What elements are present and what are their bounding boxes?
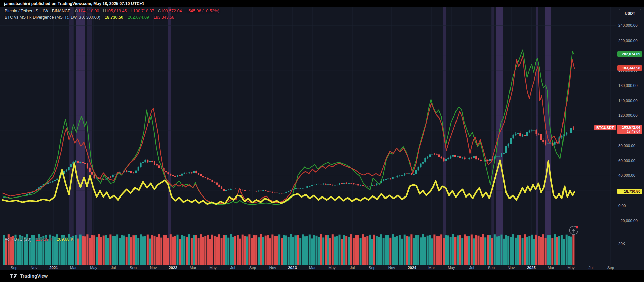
tradingview-logo-icon[interactable] (10, 273, 17, 279)
open-label: O (75, 9, 78, 13)
green-series-value-badge: 202,074.09 (617, 51, 642, 57)
indicator-title[interactable]: BTC vs MSTR Divergence (MSTR, 1W, 30, 30… (5, 15, 100, 20)
time-tick-month: Jul (469, 266, 474, 270)
time-tick-year: 2021 (49, 266, 58, 270)
time-tick-month: May (90, 266, 97, 270)
green-series-value: 202,074.09 (128, 15, 149, 20)
symbol-chip-badge: BTCUSDT (594, 125, 616, 130)
price-tick-label: 40,000.00 (618, 173, 635, 177)
low-value: 100,718.37 (133, 9, 154, 13)
time-tick-month: May (567, 266, 575, 270)
time-tick-month: Jul (589, 266, 594, 270)
price-tick-label: 80,000.00 (618, 144, 635, 148)
time-tick-year: 2023 (288, 266, 297, 270)
tradingview-brand-text[interactable]: TradingView (20, 273, 48, 279)
time-tick-year: 2024 (408, 266, 416, 270)
chart-stage: Bitcoin / TetherUS · 1W · BINANCE O104,1… (0, 0, 644, 282)
indicator-legend-row[interactable]: BTC vs MSTR Divergence (MSTR, 1W, 30, 30… (5, 15, 219, 20)
price-tick-label: 140,000.00 (618, 99, 638, 103)
volume-title[interactable]: Vol · BTC (30) (5, 237, 31, 242)
time-tick-year: 2022 (169, 266, 177, 270)
high-value: 105,819.45 (106, 9, 127, 13)
time-tick-month: Sep (488, 266, 495, 270)
time-tick-month: Sep (249, 266, 256, 270)
market-status-flash-icon[interactable] (568, 225, 580, 237)
time-tick-month: Mar (190, 266, 196, 270)
time-tick-month: May (328, 266, 336, 270)
price-tick-label: 0.00 (618, 204, 626, 208)
red-series-value: 183,343.58 (153, 15, 174, 20)
divergence-value-badge: 18,730.50 (617, 189, 642, 194)
time-tick-month: Mar (70, 266, 77, 270)
time-tick-month: Nov (31, 266, 37, 270)
symbol-legend-row[interactable]: Bitcoin / TetherUS · 1W · BINANCE O104,1… (5, 9, 219, 14)
time-tick-month: May (209, 266, 217, 270)
low-label: L (131, 9, 133, 13)
divergence-value: 18,730.50 (105, 15, 123, 20)
time-tick-month: Sep (369, 266, 375, 270)
volume-legend-row[interactable]: Vol · BTC (30) 115.59 K 209.68 K (5, 237, 73, 242)
time-tick-month: Nov (508, 266, 515, 270)
price-tick-label: 160,000.00 (618, 83, 638, 88)
time-tick-month: Nov (150, 266, 157, 270)
volume-value: 115.59 K (36, 237, 52, 242)
time-tick-month: May (448, 266, 455, 270)
time-tick-month: Mar (309, 266, 316, 270)
close-value: 103,572.04 (161, 9, 182, 13)
time-tick-month: Jul (230, 266, 235, 270)
time-tick-month: Jul (111, 266, 116, 270)
volume-ma-value: 209.68 K (57, 237, 73, 242)
time-tick-month: Nov (269, 266, 276, 270)
time-tick-month: Mar (428, 266, 435, 270)
time-tick-month: Jul (350, 266, 355, 270)
time-tick-month: Sep (130, 266, 137, 270)
price-tick-label: 120,000.00 (618, 113, 638, 117)
close-label: C (158, 9, 161, 13)
time-tick-year: 2025 (527, 266, 536, 270)
red-series-value-badge: 183,343.58 (617, 65, 642, 71)
price-tick-label: 220,000.00 (618, 39, 638, 43)
time-tick-month: Sep (11, 266, 17, 270)
price-tick-label: −20,000.00 (618, 219, 638, 223)
price-tick-label: 60,000.00 (618, 159, 635, 163)
price-tick-label: 240,000.00 (618, 23, 638, 27)
symbol-price-badge: 103,572.0417:49:04 (617, 125, 642, 134)
open-value: 104,118.00 (78, 9, 99, 13)
time-tick-month: Nov (388, 266, 395, 270)
volume-tick-label: 20K (618, 242, 625, 246)
publish-header-bar: jamesbachini published on TradingView.co… (0, 0, 644, 7)
footer-bar: TradingView (0, 270, 644, 282)
time-tick-month: Mar (548, 266, 554, 270)
chart-canvas[interactable] (0, 0, 644, 282)
symbol-title[interactable]: Bitcoin / TetherUS · 1W · BINANCE (5, 9, 70, 13)
change-value: −545.96 (−0.52%) (186, 9, 219, 13)
time-tick-month: Sep (607, 266, 614, 270)
publish-header-text: jamesbachini published on TradingView.co… (4, 1, 144, 6)
high-label: H (103, 9, 106, 13)
currency-button[interactable]: USDT (619, 9, 641, 17)
chart-legend: Bitcoin / TetherUS · 1W · BINANCE O104,1… (5, 9, 219, 21)
